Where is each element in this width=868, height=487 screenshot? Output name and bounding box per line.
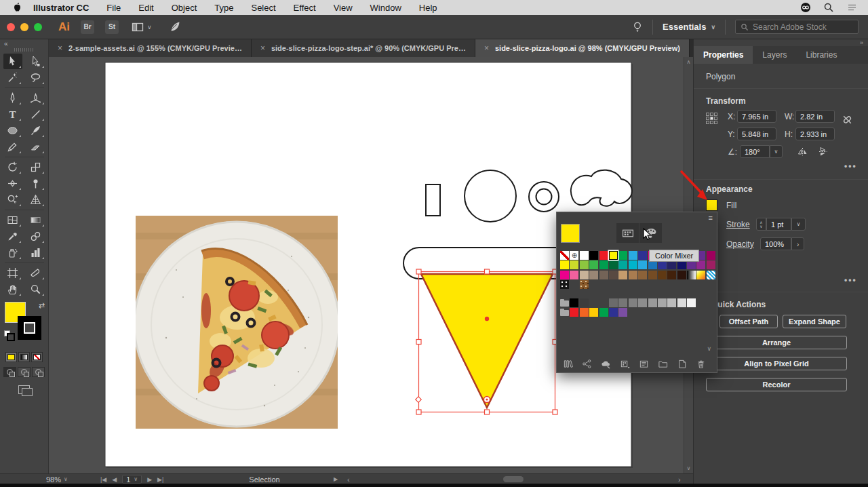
- stroke-weight-input[interactable]: 1 pt: [766, 218, 791, 231]
- symbol-sprayer-tool[interactable]: [3, 245, 22, 260]
- pattern-swatch[interactable]: [707, 271, 715, 279]
- apple-menu-icon[interactable]: [12, 2, 22, 13]
- color-swatch[interactable]: [580, 298, 589, 307]
- stroke-label[interactable]: Stroke: [726, 220, 750, 229]
- recolor-button[interactable]: Recolor: [706, 378, 847, 391]
- color-swatch[interactable]: [599, 251, 608, 260]
- menu-view[interactable]: View: [334, 3, 353, 13]
- discover-lightbulb-icon[interactable]: [632, 21, 643, 33]
- ellipse-tool[interactable]: [3, 123, 22, 138]
- menu-edit[interactable]: Edit: [138, 3, 153, 13]
- menu-object[interactable]: Object: [172, 3, 197, 13]
- direct-selection-tool[interactable]: [26, 54, 45, 69]
- color-swatch[interactable]: [667, 298, 676, 307]
- creative-cloud-icon[interactable]: [800, 2, 811, 13]
- zoom-tool[interactable]: [26, 281, 45, 297]
- line-segment-tool[interactable]: [26, 106, 45, 122]
- color-swatch[interactable]: [570, 271, 578, 279]
- share-icon[interactable]: [582, 359, 592, 369]
- color-group-folder-icon[interactable]: [560, 308, 569, 317]
- libraries-icon[interactable]: [563, 359, 573, 369]
- color-swatch[interactable]: [658, 271, 667, 279]
- color-swatch[interactable]: [677, 271, 686, 279]
- document-tab-1[interactable]: ×2-sample-assets.ai @ 155% (CMYK/GPU Pre…: [49, 39, 252, 57]
- slice-tool[interactable]: [26, 265, 45, 281]
- draw-normal-button[interactable]: [3, 367, 16, 377]
- workspace-switcher[interactable]: Essentials ∨: [663, 22, 715, 32]
- scroll-down-icon[interactable]: ∨: [687, 465, 691, 471]
- selection-center-point[interactable]: [485, 317, 489, 321]
- spotlight-search-icon[interactable]: [823, 2, 834, 13]
- color-swatch[interactable]: [580, 251, 589, 260]
- new-group-icon[interactable]: [658, 359, 668, 369]
- swatch-scroll-down-icon[interactable]: ∨: [707, 345, 711, 352]
- color-swatch[interactable]: [589, 271, 598, 279]
- color-swatch[interactable]: [618, 260, 627, 269]
- gradient-swatch[interactable]: [687, 271, 696, 279]
- curvature-tool[interactable]: [26, 90, 45, 106]
- eyedropper-tool[interactable]: [3, 229, 22, 244]
- circle-shape[interactable]: [465, 170, 516, 222]
- gradient-tool[interactable]: [26, 212, 45, 228]
- color-swatch[interactable]: [609, 271, 618, 279]
- pattern-swatch[interactable]: [580, 280, 589, 289]
- flip-horizontal-icon[interactable]: [797, 146, 808, 157]
- color-swatch[interactable]: [658, 298, 667, 307]
- close-tab-icon[interactable]: ×: [484, 43, 489, 53]
- hand-tool[interactable]: [3, 281, 22, 297]
- scale-tool[interactable]: [26, 159, 45, 175]
- color-swatch[interactable]: [629, 260, 637, 269]
- color-swatch[interactable]: [609, 260, 618, 269]
- current-fill-swatch[interactable]: [561, 224, 580, 243]
- zoom-level-dropdown[interactable]: 98% ∨: [46, 474, 68, 484]
- swatches-view-button[interactable]: [616, 223, 639, 243]
- color-swatch[interactable]: [687, 260, 696, 269]
- width-tool[interactable]: [3, 176, 22, 191]
- link-dimensions-icon[interactable]: [842, 114, 853, 125]
- color-swatch[interactable]: [648, 298, 657, 307]
- bridge-button[interactable]: Br: [81, 20, 94, 34]
- stock-button[interactable]: St: [105, 20, 119, 34]
- color-swatch[interactable]: [677, 298, 686, 307]
- stroke-weight-stepper[interactable]: ∧∨: [756, 218, 766, 231]
- menu-type[interactable]: Type: [214, 3, 233, 13]
- color-group-folder-icon[interactable]: [560, 298, 569, 307]
- adobe-stock-search-input[interactable]: Search Adobe Stock: [735, 20, 859, 34]
- color-swatch[interactable]: [609, 298, 618, 307]
- close-tab-icon[interactable]: ×: [58, 43, 62, 53]
- gradient-fill-button[interactable]: [18, 352, 30, 362]
- control-center-icon[interactable]: [846, 2, 857, 13]
- rectangle-shape[interactable]: [426, 184, 440, 216]
- color-swatch[interactable]: [667, 260, 676, 269]
- color-swatch[interactable]: [560, 260, 569, 269]
- opacity-label[interactable]: Opacity: [726, 239, 754, 249]
- color-swatch[interactable]: [667, 271, 676, 279]
- artboard-tool[interactable]: [3, 265, 22, 281]
- tab-libraries[interactable]: Libraries: [796, 46, 846, 64]
- color-swatch[interactable]: [580, 308, 589, 317]
- stroke-weight-dropdown[interactable]: ∨: [791, 218, 806, 231]
- styles-icon[interactable]: [601, 359, 611, 369]
- close-tab-icon[interactable]: ×: [260, 43, 265, 53]
- last-artboard-button[interactable]: ▶|: [157, 476, 163, 483]
- horizontal-scrollbar-thumb[interactable]: [503, 476, 524, 482]
- collapse-panel-button[interactable]: «: [0, 39, 48, 47]
- x-input[interactable]: 7.965 in: [737, 110, 776, 123]
- rotation-input[interactable]: 180°: [740, 145, 770, 158]
- document-tab-2[interactable]: ×side-slice-pizza-logo-step.ai* @ 90% (C…: [252, 39, 475, 57]
- rotate-tool[interactable]: [3, 159, 22, 175]
- fill-label[interactable]: Fill: [726, 201, 736, 210]
- color-swatch[interactable]: [648, 271, 657, 279]
- color-swatch[interactable]: [589, 308, 598, 317]
- pizza-photo[interactable]: [134, 216, 340, 429]
- puppet-warp-tool[interactable]: [26, 176, 45, 191]
- gradient-swatch[interactable]: [696, 271, 705, 279]
- color-swatch[interactable]: [638, 271, 647, 279]
- artboard-navigation-dropdown[interactable]: 1 ∨: [122, 475, 142, 484]
- color-swatch[interactable]: [629, 251, 637, 260]
- selected-color-swatch[interactable]: [609, 251, 618, 260]
- menu-window[interactable]: Window: [370, 3, 401, 13]
- color-swatch[interactable]: [696, 260, 705, 269]
- popup-menu-icon[interactable]: ≡: [709, 214, 713, 222]
- color-swatch[interactable]: [589, 251, 598, 260]
